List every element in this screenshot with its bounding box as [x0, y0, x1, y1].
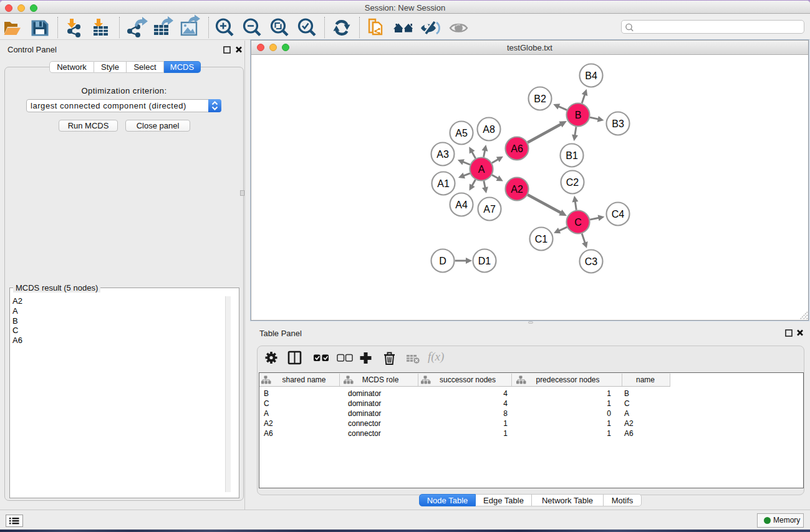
- svg-text:C: C: [574, 217, 582, 228]
- svg-text:A5: A5: [455, 128, 468, 138]
- svg-text:C1: C1: [535, 234, 548, 244]
- svg-text:C4: C4: [612, 209, 625, 220]
- svg-text:A1: A1: [437, 178, 450, 189]
- svg-text:C3: C3: [585, 256, 598, 267]
- svg-text:C2: C2: [566, 177, 579, 188]
- svg-text:A6: A6: [511, 143, 523, 154]
- svg-text:A7: A7: [483, 204, 496, 215]
- svg-text:B2: B2: [534, 94, 546, 104]
- svg-text:A2: A2: [511, 184, 523, 195]
- svg-text:A4: A4: [455, 200, 468, 210]
- svg-text:B: B: [575, 110, 582, 120]
- svg-text:B4: B4: [585, 70, 597, 81]
- svg-text:D1: D1: [478, 256, 491, 266]
- svg-text:A: A: [478, 164, 485, 175]
- svg-text:A3: A3: [436, 149, 449, 160]
- svg-text:B3: B3: [612, 118, 624, 129]
- svg-text:A8: A8: [483, 124, 495, 135]
- svg-text:D: D: [439, 256, 446, 266]
- svg-text:B1: B1: [566, 150, 578, 161]
